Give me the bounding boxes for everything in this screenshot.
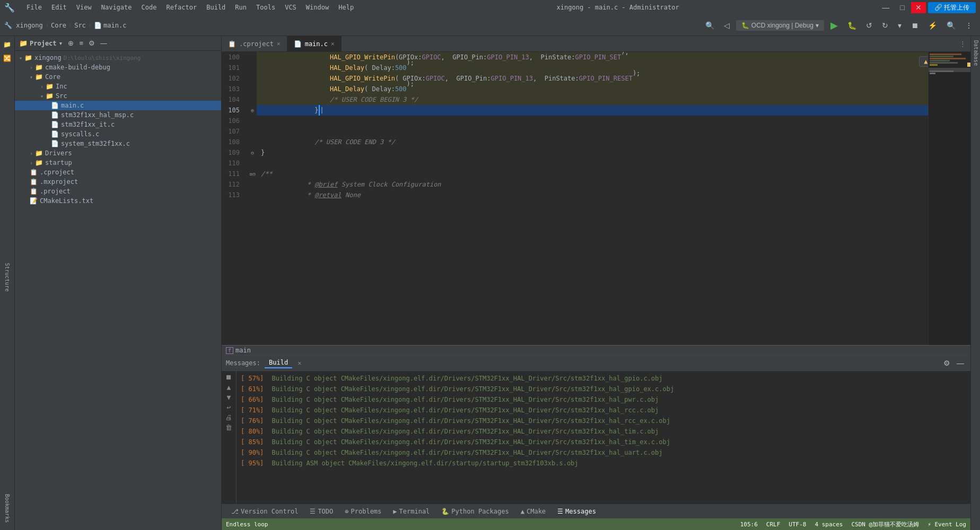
cloud-button[interactable]: 🔗 托管上传 bbox=[928, 2, 976, 13]
breadcrumb-item-file[interactable]: 📄 main.c bbox=[94, 22, 126, 29]
project-icon[interactable]: 📁 bbox=[1, 38, 14, 51]
bottom-tab-terminal[interactable]: ▶ Terminal bbox=[388, 507, 435, 516]
bottom-tab-todo[interactable]: ☰ TODO bbox=[304, 507, 338, 516]
bottom-tab-problems[interactable]: ⊕ Problems bbox=[339, 507, 387, 516]
menu-item-vcs[interactable]: VCS bbox=[281, 3, 301, 12]
window-controls[interactable]: — □ ✕ 🔗 托管上传 bbox=[878, 2, 976, 13]
gutter-111[interactable]: ≡ ⊖ bbox=[248, 169, 257, 179]
status-event-log[interactable]: ⚡ Event Log bbox=[928, 521, 966, 528]
toolbar-btn-1[interactable]: ↺ bbox=[863, 20, 876, 31]
breadcrumb-item-src[interactable]: Src bbox=[74, 22, 86, 29]
status-position[interactable]: 105:6 bbox=[740, 521, 758, 528]
build-clear-icon[interactable]: 🗑 bbox=[225, 423, 232, 431]
tree-item--mxproject[interactable]: 📋.mxproject bbox=[15, 177, 221, 187]
bottom-tab-vcs[interactable]: ⎇ Version Control bbox=[226, 507, 303, 516]
tree-item-system-stm32f1xx-c[interactable]: 📄system_stm32f1xx.c bbox=[15, 139, 221, 148]
tree-item--cproject[interactable]: 📋.cproject bbox=[15, 167, 221, 177]
tree-item--project[interactable]: 📋.project bbox=[15, 187, 221, 196]
toolbar-btn-4[interactable]: ⏹ bbox=[908, 20, 922, 31]
build-settings-btn[interactable]: ⚙ bbox=[941, 358, 952, 368]
gutter-105[interactable]: ⊕ bbox=[248, 105, 257, 116]
build-tab-close[interactable]: ✕ bbox=[298, 359, 301, 367]
build-tab-active[interactable]: Build bbox=[265, 358, 292, 368]
menu-item-view[interactable]: View bbox=[72, 3, 96, 12]
build-output[interactable]: [ 57%] Building C object CMakeFiles/xing… bbox=[237, 371, 970, 504]
tree-item-stm32f1xx-it-c[interactable]: 📄stm32f1xx_it.c bbox=[15, 120, 221, 129]
project-title-dropdown[interactable]: 📁 Project ▾ bbox=[19, 39, 63, 47]
breadcrumb-item-core[interactable]: Core bbox=[51, 22, 66, 29]
bottom-tab-cmake[interactable]: ▲ CMake bbox=[515, 507, 551, 516]
build-stop-icon[interactable]: ⏹ bbox=[225, 373, 232, 381]
project-collapse-btn[interactable]: ≡ bbox=[77, 38, 85, 48]
tree-item-startup[interactable]: ›📁startup bbox=[15, 158, 221, 167]
bottom-tab-python[interactable]: 🐍 Python Packages bbox=[436, 507, 514, 516]
tree-item-drivers[interactable]: ›📁Drivers bbox=[15, 148, 221, 158]
tree-item-main-c[interactable]: 📄main.c bbox=[15, 101, 221, 110]
menu-item-run[interactable]: Run bbox=[231, 3, 251, 12]
python-icon: 🐍 bbox=[441, 508, 449, 515]
menu-item-window[interactable]: Window bbox=[302, 3, 333, 12]
fold-icon-109[interactable]: ⊖ bbox=[251, 150, 254, 156]
build-scroll-down-icon[interactable]: ▼ bbox=[227, 393, 231, 401]
right-sidebar-database[interactable]: Database bbox=[971, 36, 980, 70]
tree-item-inc[interactable]: ›📁Inc bbox=[15, 82, 221, 91]
tree-item-core[interactable]: ▾📁Core bbox=[15, 72, 221, 82]
toolbar-btn-2[interactable]: ↻ bbox=[879, 20, 891, 31]
project-settings-btn[interactable]: ⚙ bbox=[86, 38, 97, 48]
status-line-ending[interactable]: CRLF bbox=[766, 521, 781, 528]
tree-item-cmake-build-debug[interactable]: ›📁cmake-build-debug bbox=[15, 63, 221, 72]
menu-item-build[interactable]: Build bbox=[202, 3, 230, 12]
fold-icon-105[interactable]: ⊕ bbox=[251, 108, 254, 113]
cmake-label: CMake bbox=[527, 508, 546, 515]
menu-item-navigate[interactable]: Navigate bbox=[97, 3, 136, 12]
status-charset[interactable]: UTF-8 bbox=[789, 521, 806, 528]
code-editor[interactable]: 100 101 102 103 104 105 106 107 108 109 … bbox=[222, 52, 970, 345]
debug-green-btn[interactable]: 🐛 bbox=[844, 20, 860, 31]
debug-config-btn[interactable]: 🐛 OCD xingong | Debug ▾ bbox=[736, 20, 824, 31]
bottom-tab-messages[interactable]: ☰ Messages bbox=[552, 507, 601, 516]
menu-dots-btn[interactable]: ⋮ bbox=[962, 20, 976, 31]
build-scroll-up-icon[interactable]: ▲ bbox=[227, 383, 231, 391]
fold-icon-111b[interactable]: ⊖ bbox=[252, 171, 256, 177]
toolbar-btn-5[interactable]: ⚡ bbox=[925, 20, 940, 31]
build-hide-btn[interactable]: — bbox=[955, 358, 966, 368]
search-btn[interactable]: 🔍 bbox=[943, 20, 959, 31]
maximize-button[interactable]: □ bbox=[896, 2, 908, 13]
menu-item-file[interactable]: File bbox=[22, 3, 46, 12]
menu-item-tools[interactable]: Tools bbox=[252, 3, 279, 12]
tabs-menu-btn[interactable]: ⋮ bbox=[955, 40, 970, 48]
code-content[interactable]: HAL_GPIO_WritePin(GPIOx: GPIOC, GPIO_Pin… bbox=[257, 52, 928, 345]
tree-item-syscalls-c[interactable]: 📄syscalls.c bbox=[15, 129, 221, 139]
project-hide-btn[interactable]: — bbox=[98, 38, 109, 48]
build-wrap-icon[interactable]: ↩ bbox=[227, 403, 231, 411]
build-filter-icon[interactable]: 🖨 bbox=[225, 413, 232, 421]
nav-back-btn[interactable]: ◁ bbox=[721, 20, 733, 31]
structure-icon[interactable]: Structure bbox=[1, 259, 14, 296]
tab-mainc-close[interactable]: ✕ bbox=[331, 40, 335, 47]
menu-item-refactor[interactable]: Refactor bbox=[162, 3, 201, 12]
commit-icon[interactable]: 🔀 bbox=[1, 52, 14, 65]
breadcrumb-item-project[interactable]: 🔧 xingong bbox=[4, 22, 43, 29]
scroll-markers bbox=[967, 52, 970, 345]
search-icon-btn[interactable]: 🔍 bbox=[702, 20, 718, 31]
status-indent[interactable]: 4 spaces bbox=[815, 521, 843, 528]
menu-bar[interactable]: FileEditViewNavigateCodeRefactorBuildRun… bbox=[22, 3, 358, 12]
project-dropdown-arrow[interactable]: ▾ bbox=[59, 39, 63, 47]
menu-item-code[interactable]: Code bbox=[137, 3, 161, 12]
menu-item-help[interactable]: Help bbox=[334, 3, 358, 12]
bookmarks-icon[interactable]: Bookmarks bbox=[1, 490, 14, 527]
menu-item-edit[interactable]: Edit bbox=[47, 3, 71, 12]
close-button[interactable]: ✕ bbox=[911, 2, 926, 13]
tree-item-cmakelists-txt[interactable]: 📝CMakeLists.txt bbox=[15, 196, 221, 206]
gutter-109[interactable]: ⊖ bbox=[248, 147, 257, 158]
tree-item-xingong[interactable]: ▾📁xingong D:\loulu\shisi\xingong bbox=[15, 53, 221, 63]
tab-cproject-close[interactable]: ✕ bbox=[277, 40, 281, 47]
toolbar-btn-3[interactable]: ▾ bbox=[895, 20, 905, 31]
run-green-btn[interactable]: ▶ bbox=[827, 19, 841, 32]
project-add-btn[interactable]: ⊕ bbox=[66, 38, 76, 48]
tab-cproject[interactable]: 📋 .cproject ✕ bbox=[222, 36, 287, 52]
tab-mainc[interactable]: 📄 main.c ✕ bbox=[287, 36, 342, 52]
tree-item-src[interactable]: ▾📁Src bbox=[15, 91, 221, 101]
minimize-button[interactable]: — bbox=[878, 2, 894, 13]
tree-item-stm32f1xx-hal-msp-c[interactable]: 📄stm32f1xx_hal_msp.c bbox=[15, 110, 221, 120]
